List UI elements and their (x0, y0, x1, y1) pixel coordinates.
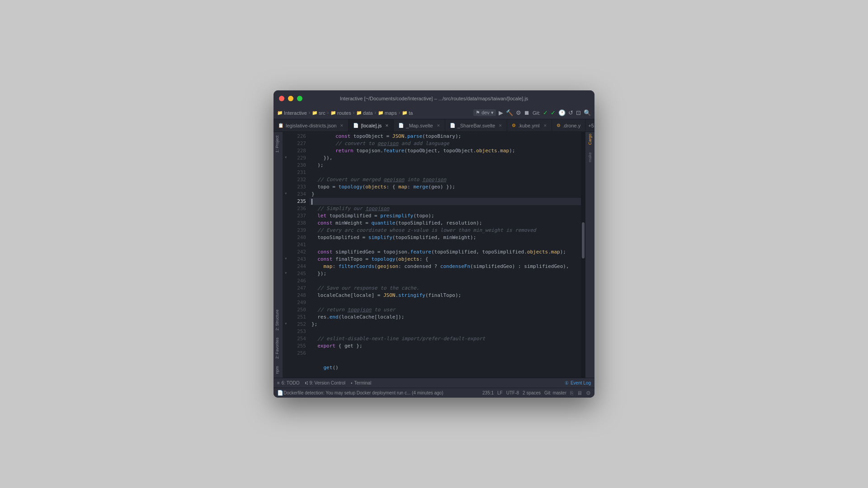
code-255: export { get }; (310, 343, 581, 350)
tab-close-locale[interactable]: ✕ (385, 123, 389, 128)
split-icon[interactable]: ⊡ (576, 109, 581, 116)
panel-favorites[interactable]: 2: Favorites (274, 334, 283, 362)
git-history-icon[interactable]: 🕐 (558, 109, 566, 116)
panel-structure[interactable]: 2: Structure (274, 306, 283, 334)
fold-242 (283, 248, 289, 255)
code-250: // return topojson to user (310, 306, 581, 314)
code-editor[interactable]: const topoObject = JSON.parse(topoBinary… (310, 132, 581, 378)
status-position: 235:1 (482, 390, 494, 396)
scrollbar[interactable] (581, 132, 585, 378)
fold-239 (283, 226, 289, 233)
ln-251: 251 (289, 314, 310, 321)
cargo-panel-tab[interactable]: Cargo (588, 134, 592, 145)
code-256 (310, 350, 581, 357)
tab-legislative[interactable]: 📋 legislative-districts.json ✕ (274, 119, 349, 131)
tab-close-map[interactable]: ✕ (437, 123, 440, 128)
fold-245[interactable]: ▾ (283, 269, 289, 277)
status-vcs[interactable]: ⑆ 9: Version Control (305, 380, 346, 385)
maximize-button[interactable] (297, 96, 302, 101)
nav-folder-data[interactable]: 📁 data (356, 110, 373, 116)
fold-fn (283, 356, 289, 363)
nav-folder-interactive[interactable]: 📁 Interactive (277, 110, 307, 116)
tab-icon-locale: 📄 (353, 123, 359, 128)
status-event-log[interactable]: ① Event Log (565, 380, 591, 385)
fold-249 (283, 298, 289, 305)
tab-drone[interactable]: ⚙ .drone.y (552, 119, 586, 131)
fold-246 (283, 277, 289, 284)
tab-close-legislative[interactable]: ✕ (340, 123, 344, 128)
ln-252: 252 (289, 321, 310, 328)
status-todo[interactable]: ≡ 6: TODO (277, 380, 300, 385)
copy-icon[interactable]: ⎘ (570, 390, 573, 396)
tab-map-svelte[interactable]: 📄 _Map.svelte ✕ (394, 119, 445, 131)
code-240: topoSimplified = simplify(topoSimplified… (310, 234, 581, 241)
git-check-icon[interactable]: ✓ (543, 109, 548, 116)
nav-label-ta: ta (409, 110, 413, 116)
tab-close-kube[interactable]: ✕ (543, 123, 547, 128)
vcs-icon: ⑆ (305, 380, 308, 385)
ln-231: 231 (289, 169, 310, 176)
tab-locale[interactable]: 📄 [locale].js ✕ (349, 119, 394, 131)
build-icon[interactable]: 🔨 (506, 109, 513, 116)
status-indent: 2 spaces (523, 390, 541, 396)
ln-237: 237 (289, 212, 310, 220)
tab-close-sharebar[interactable]: ✕ (499, 123, 502, 128)
tab-kube[interactable]: ⚙ .kube.yml ✕ (507, 119, 552, 131)
close-button[interactable] (279, 96, 284, 101)
git-label: Git: (533, 110, 540, 116)
status-terminal[interactable]: ▪ Terminal (351, 380, 371, 385)
left-panels: 1: Project 2: Structure 2: Favorites npm (274, 132, 283, 378)
chevron-down-icon: ▾ (491, 110, 494, 116)
traffic-lights (279, 96, 302, 101)
settings2-icon[interactable]: ⚙ (586, 390, 591, 396)
scrollbar-thumb[interactable] (582, 222, 585, 258)
fold-243[interactable]: ▾ (283, 255, 289, 262)
code-252: }; (310, 321, 581, 328)
folder-icon-maps: 📁 (378, 110, 383, 115)
git-check2-icon[interactable]: ✓ (551, 109, 556, 116)
ln-227: 227 (289, 140, 310, 147)
status-git: Git: master (544, 390, 566, 396)
code-249 (310, 299, 581, 306)
code-233: topo = topology(objects: { map: merge(ge… (310, 183, 581, 191)
branch-name: ⚑ dev (476, 110, 490, 116)
code-228: return topojson.feature(topoObject, topo… (310, 147, 581, 155)
run-icon[interactable]: ▶ (499, 109, 503, 116)
fold-234[interactable]: ▾ (283, 190, 289, 197)
code-243: const finalTopo = topology(objects: { (310, 256, 581, 263)
statusbar: ≡ 6: TODO ⑆ 9: Version Control ▪ Termina… (274, 378, 594, 388)
stop-icon[interactable]: ⏹ (524, 109, 530, 116)
vcs-label: 9: Version Control (310, 380, 346, 385)
search-icon[interactable]: 🔍 (584, 109, 591, 116)
ln-243: 243 (289, 256, 310, 263)
panel-project[interactable]: 1: Project (274, 132, 283, 156)
branch-selector[interactable]: ⚑ dev ▾ (473, 109, 496, 116)
nav-label-src: src (319, 110, 326, 116)
notif-text: Dockerfile detection: You may setup Dock… (283, 390, 443, 395)
code-234: } (310, 191, 581, 198)
nav-folder-ta[interactable]: 📁 ta (402, 110, 413, 116)
settings-icon[interactable]: ⚙ (516, 109, 521, 116)
nav-folder-maps[interactable]: 📁 maps (378, 110, 397, 116)
tab-icon-drone: ⚙ (557, 123, 561, 128)
tab-overflow[interactable]: +5 (585, 119, 594, 131)
code-226: const topoObject = JSON.parse(topoBinary… (310, 133, 581, 140)
monitor-icon[interactable]: 🖥 (577, 390, 582, 396)
nav-folder-routes[interactable]: 📁 routes (330, 110, 351, 116)
panel-npm[interactable]: npm (274, 362, 283, 378)
nav-folder-src[interactable]: 📁 src (312, 110, 326, 116)
make-panel-tab[interactable]: make (588, 152, 592, 162)
fold-252[interactable]: ▾ (283, 320, 289, 327)
notifbar: 📄 Dockerfile detection: You may setup Do… (274, 388, 594, 398)
tab-sharebar[interactable]: 📄 _ShareBar.svelte ✕ (445, 119, 508, 131)
code-253 (310, 328, 581, 335)
todo-label: 6: TODO (282, 380, 300, 385)
ln-235: 235 (289, 198, 310, 205)
code-248: localeCache[locale] = JSON.stringify(fin… (310, 292, 581, 299)
fold-255 (283, 342, 289, 349)
code-230: ); (310, 162, 581, 169)
git-revert-icon[interactable]: ↺ (568, 109, 573, 116)
tab-icon-sharebar: 📄 (450, 123, 455, 128)
fold-229[interactable]: ▾ (283, 154, 289, 161)
minimize-button[interactable] (288, 96, 293, 101)
